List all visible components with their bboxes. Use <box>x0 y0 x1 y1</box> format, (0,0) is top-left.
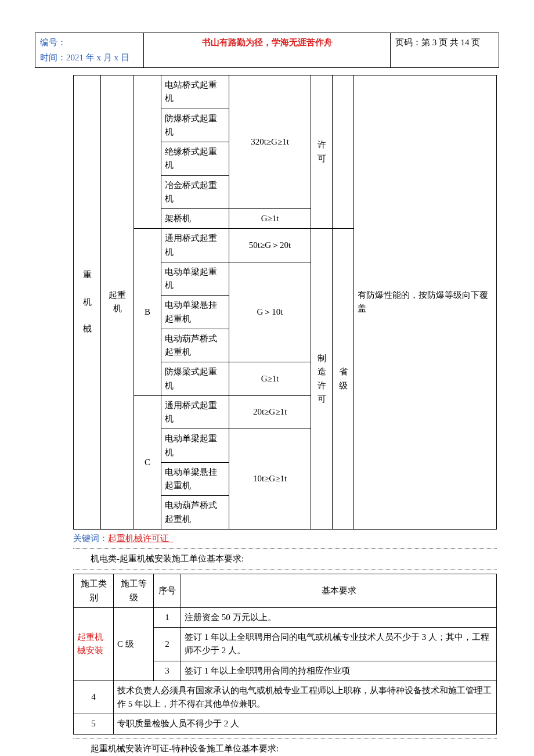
section-heading: 起重机械安装许可证-特种设备施工单位基本要求: <box>91 743 499 754</box>
device-name: 防爆桥式起重机 <box>161 109 229 142</box>
device-name: 冶金桥式起重机 <box>161 175 229 209</box>
seq-cell: 5 <box>74 714 114 734</box>
table-row: 4 技术负责人必须具有国家承认的电气或机械专业工程师以上职称，从事特种设备技术和… <box>74 681 497 714</box>
subcat-col: 起重机 <box>101 75 134 530</box>
level-char: 省 <box>339 367 348 376</box>
device-name: 电动单梁起重机 <box>161 262 229 296</box>
device-name: 电动葫芦桥式起重机 <box>161 329 229 362</box>
subcat-text: 起重机 <box>109 290 126 313</box>
device-name: 电动单梁起重机 <box>161 429 229 463</box>
header-motto: 书山有路勤为径，学海无涯苦作舟 <box>144 33 391 68</box>
permit-char: 可 <box>317 394 326 404</box>
device-name: 电动单梁悬挂起重机 <box>161 296 229 329</box>
req-text: 签订 1 年以上全职聘用合同的电气或机械专业技术人员不少于 3 人；其中，工程师… <box>181 628 497 661</box>
permit-char: 制 <box>317 354 326 363</box>
group-col-empty <box>134 75 161 229</box>
device-name: 绝缘桥式起重机 <box>161 142 229 176</box>
cat-char: 机 <box>83 297 92 307</box>
spec-value: 20t≥G≥1t <box>229 395 311 429</box>
level-col: 省 级 <box>333 229 354 530</box>
spec-value: 10t≥G≥1t <box>229 429 311 530</box>
col-header: 施工类别 <box>74 574 114 608</box>
mfg-permit-col: 制 造 许 可 <box>311 229 333 530</box>
permit-char: 许 <box>317 381 326 390</box>
permit-col: 许 可 <box>311 75 333 229</box>
remarks-col: 有防爆性能的，按防爆等级向下覆盖 <box>354 75 497 530</box>
document-header: 编号： 时间：2021 年 x 月 x 日 书山有路勤为径，学海无涯苦作舟 页码… <box>35 33 499 68</box>
cat-col: 重 机 械 <box>74 75 101 530</box>
header-page: 页码：第 3 页 共 14 页 <box>391 33 499 68</box>
device-name: 电动单梁悬挂起重机 <box>161 462 229 496</box>
table-row: 5 专职质量检验人员不得少于 2 人 <box>74 714 497 734</box>
req-text: 专职质量检验人员不得少于 2 人 <box>114 714 497 734</box>
level-col-empty <box>333 75 354 229</box>
col-header: 施工等级 <box>114 574 154 608</box>
spec-value: 50t≥G＞20t <box>229 229 311 262</box>
spec-value: G≥1t <box>229 209 311 229</box>
device-name: 电动葫芦桥式起重机 <box>161 496 229 530</box>
device-name: 通用桥式起重机 <box>161 229 229 262</box>
seq-cell: 1 <box>154 607 181 627</box>
table-row: 重 机 械 起重机 电站桥式起重机 320t≥G≥1t 许 可 有防爆性能的，按… <box>74 75 497 109</box>
time-label: 时间：2021 年 x 月 x 日 <box>40 53 129 62</box>
req-text: 技术负责人必须具有国家承认的电气或机械专业工程师以上职称，从事特种设备技术和施工… <box>114 681 497 714</box>
header-meta: 编号： 时间：2021 年 x 月 x 日 <box>35 33 144 68</box>
spec-value: G≥1t <box>229 362 311 396</box>
group-col: B <box>134 229 161 396</box>
spec-value: G＞10t <box>229 262 311 362</box>
seq-cell: 2 <box>154 628 181 661</box>
req-text: 签订 1 年以上全职聘用合同的持相应作业项 <box>181 661 497 681</box>
table-row: 起重机械安装 C 级 1 注册资金 50 万元以上。 <box>74 607 497 627</box>
seq-cell: 3 <box>154 661 181 681</box>
keywords-line: 关键词：起重机械许可证_ <box>73 533 499 544</box>
keywords-label: 关键词： <box>73 534 108 543</box>
separator-line <box>73 548 497 549</box>
col-header: 基本要求 <box>181 574 497 608</box>
spec-value: 320t≥G≥1t <box>229 75 311 209</box>
cat-char: 重 <box>83 270 92 279</box>
group-col: C <box>134 395 161 529</box>
device-name: 防爆梁式起重机 <box>161 362 229 396</box>
separator-line <box>73 569 497 570</box>
level-char: 级 <box>339 381 348 390</box>
cat-char: 械 <box>83 324 92 333</box>
separator-line <box>73 738 497 739</box>
permit-char: 可 <box>317 154 326 163</box>
grade-cell: C 级 <box>114 607 154 681</box>
requirements-table-1: 施工类别 施工等级 序号 基本要求 起重机械安装 C 级 1 注册资金 50 万… <box>73 574 497 734</box>
keywords-text: 起重机械许可证_ <box>108 534 174 543</box>
permit-char: 许 <box>317 140 326 149</box>
device-name: 通用桥式起重机 <box>161 395 229 429</box>
req-text: 注册资金 50 万元以上。 <box>181 607 497 627</box>
category-cell: 起重机械安装 <box>74 607 114 681</box>
seq-cell: 4 <box>74 681 114 714</box>
col-header: 序号 <box>154 574 181 608</box>
section-heading: 机电类-起重机械安装施工单位基本要求: <box>91 553 499 564</box>
table-header-row: 施工类别 施工等级 序号 基本要求 <box>74 574 497 608</box>
permit-char: 造 <box>317 367 326 376</box>
device-name: 架桥机 <box>161 209 229 229</box>
serial-label: 编号： <box>40 38 66 47</box>
specification-table: 重 机 械 起重机 电站桥式起重机 320t≥G≥1t 许 可 有防爆性能的，按… <box>73 75 497 530</box>
device-name: 电站桥式起重机 <box>161 75 229 109</box>
